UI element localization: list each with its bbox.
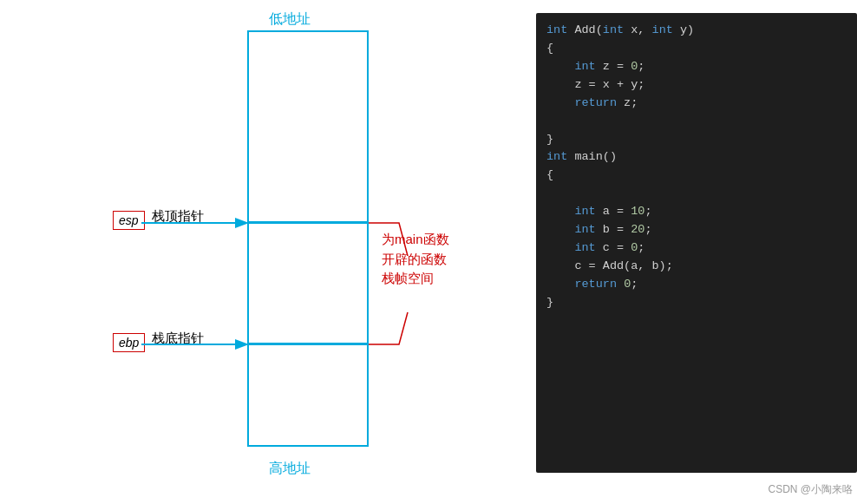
code-line-11: int a = 10;: [546, 203, 847, 221]
code-line-2: {: [546, 40, 847, 58]
ebp-label: ebp: [113, 333, 145, 352]
code-line-14: c = Add(a, b);: [546, 258, 847, 276]
low-address-label: 低地址: [269, 10, 311, 29]
code-line-9: {: [546, 167, 847, 185]
code-line-15: return 0;: [546, 276, 847, 294]
stack-bottom-pointer-label: 栈底指针: [152, 331, 204, 347]
code-line-10: [546, 185, 847, 203]
esp-divider: [247, 221, 369, 224]
stack-box: [247, 30, 369, 447]
code-line-8: int main(): [546, 148, 847, 167]
code-line-7: }: [546, 131, 847, 149]
code-line-4: z = x + y;: [546, 76, 847, 95]
high-address-label: 高地址: [269, 460, 311, 478]
code-panel: int Add(int x, int y) { int z = 0; z = x…: [536, 13, 857, 473]
code-line-1: int Add(int x, int y): [546, 22, 847, 40]
watermark: CSDN @小陶来咯: [768, 482, 853, 497]
code-line-3: int z = 0;: [546, 58, 847, 76]
main-frame-label: 为main函数 开辟的函数 栈帧空间: [382, 230, 449, 289]
code-line-16: }: [546, 294, 847, 312]
code-line-6: [546, 113, 847, 131]
stack-top-pointer-label: 栈顶指针: [152, 208, 204, 225]
code-line-5: return z;: [546, 95, 847, 113]
main-container: 低地址 高地址 esp 栈顶指针 ebp 栈底指针 为main函数 开辟的函数 …: [0, 0, 857, 504]
code-line-12: int b = 20;: [546, 221, 847, 239]
code-line-13: int c = 0;: [546, 239, 847, 258]
esp-label: esp: [113, 211, 145, 230]
ebp-divider: [247, 343, 369, 345]
